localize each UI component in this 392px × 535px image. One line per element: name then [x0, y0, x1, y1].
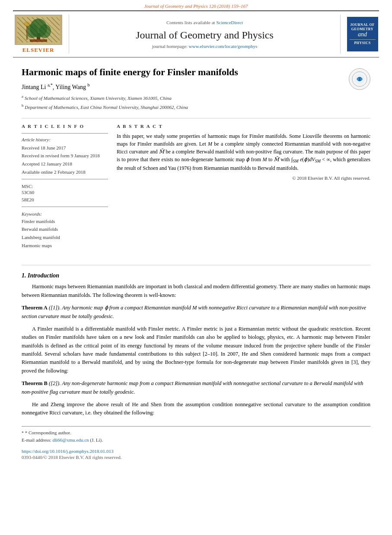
- journal-badge-block: JOURNAL OF GEOMETRY and PHYSICS: [340, 15, 379, 54]
- journal-cover-badge: JOURNAL OF GEOMETRY and PHYSICS: [347, 17, 378, 51]
- doi-section: https://doi.org/10.1016/j.geomphys.2018.…: [0, 444, 392, 464]
- paper-title-authors-block: Harmonic maps of finite energy for Finsl…: [22, 66, 344, 118]
- article-info-divider-2: [22, 179, 108, 179]
- journal-citation: Journal of Geometry and Physics 126 (201…: [144, 3, 248, 9]
- badge-title-line2: GEOMETRY: [351, 27, 373, 32]
- journal-homepage-line: journal homepage: www.elsevier.com/locat…: [152, 44, 258, 49]
- intro-para-1: Harmonic maps between Riemannian manifol…: [22, 283, 370, 299]
- theorem-b-ref: ([2]): [49, 380, 59, 386]
- paper-title: Harmonic maps of finite energy for Finsl…: [22, 66, 344, 79]
- affiliation-a: a School of Mathematical Sciences, Xiame…: [22, 93, 344, 102]
- article-info-heading: A R T I C L E I N F O: [22, 124, 108, 129]
- affiliation-b: b Department of Mathematics, East China …: [22, 102, 344, 111]
- journal-title-block: Contents lists available at ScienceDirec…: [74, 15, 335, 54]
- star-symbol: *: [22, 430, 24, 435]
- svg-point-6: [23, 22, 30, 26]
- theorem-a-block: Theorem A ([1]). Any harmonic map ϕ from…: [22, 304, 370, 321]
- theorem-a-ref: ([1]): [49, 305, 59, 311]
- email-suffix: (J. Li).: [90, 437, 103, 443]
- svg-rect-0: [17, 16, 60, 44]
- paper-header-row: Harmonic maps of finite energy for Finsl…: [22, 66, 370, 118]
- rights-text: 0393-0440/© 2018 Elsevier B.V. All right…: [22, 455, 370, 460]
- affiliations-block: a School of Mathematical Sciences, Xiame…: [22, 93, 344, 111]
- intro-para-3: He and Zheng improve the above result of…: [22, 401, 370, 417]
- revised-date: Received in revised form 9 January 2018: [22, 152, 108, 160]
- check-for-updates-badge[interactable]: [349, 68, 370, 90]
- main-content: Harmonic maps of finite energy for Finsl…: [0, 57, 392, 265]
- accepted-date: Accepted 12 January 2018: [22, 160, 108, 168]
- doi-link[interactable]: https://doi.org/10.1016/j.geomphys.2018.…: [22, 449, 113, 454]
- copyright-line: © 2018 Elsevier B.V. All rights reserved…: [117, 175, 370, 181]
- theorem-b-label: Theorem B: [22, 380, 48, 386]
- article-info-abstract-section: A R T I C L E I N F O Article history: R…: [22, 118, 370, 250]
- section-1-heading: 1. Introduction: [22, 272, 370, 279]
- badge-title-line3: PHYSICS: [354, 41, 370, 45]
- article-info-divider: [22, 133, 108, 134]
- footnote-section: * * Corresponding author. E-mail address…: [22, 426, 370, 444]
- received-date: Received 18 June 2017: [22, 144, 108, 152]
- keyword-3: Landsberg manifold: [22, 233, 108, 242]
- intro-para-2: A Finsler manifold is a differentiable m…: [22, 325, 370, 375]
- author-yiling: Yiling Wang b: [55, 84, 89, 90]
- elsevier-tree-image: [15, 15, 62, 45]
- journal-full-title: Journal of Geometry and Physics: [136, 29, 274, 41]
- corresponding-author-label: * Corresponding author.: [25, 430, 71, 435]
- elsevier-logo-block: ELSEVIER: [13, 15, 69, 54]
- abstract-heading: A B S T R A C T: [117, 124, 370, 129]
- body-section: 1. Introduction Harmonic maps between Ri…: [0, 272, 392, 417]
- theorem-a-label: Theorem A: [22, 305, 48, 311]
- svg-point-3: [26, 24, 38, 38]
- svg-rect-5: [26, 25, 28, 40]
- theorem-a-text: . Any harmonic map ϕ from a compact Riem…: [22, 305, 366, 319]
- authors-line: Jintang Li a,*, Yiling Wang b: [22, 83, 344, 91]
- available-at-text: Contents lists available at ScienceDirec…: [166, 20, 243, 25]
- badge-title-line1: JOURNAL OF: [350, 23, 374, 27]
- section-1-number: 1.: [22, 272, 26, 279]
- article-info-column: A R T I C L E I N F O Article history: R…: [22, 124, 108, 250]
- article-info-divider-3: [22, 207, 108, 207]
- theorem-b-text: . Any non-degenerate harmonic map from a…: [22, 380, 363, 395]
- journal-header: ELSEVIER Contents lists available at Sci…: [13, 10, 379, 57]
- journal-top-bar: Journal of Geometry and Physics 126 (201…: [0, 0, 392, 10]
- history-label: Article history:: [22, 137, 108, 142]
- badge-and: and: [358, 31, 367, 38]
- email-link[interactable]: dli66@xmu.edu.cn: [52, 437, 89, 443]
- section-1-title: Introduction: [28, 272, 59, 279]
- svg-point-2: [30, 19, 47, 38]
- svg-rect-1: [37, 33, 40, 41]
- email-label: E-mail address:: [22, 437, 51, 443]
- main-divider: [22, 265, 370, 265]
- svg-point-4: [39, 24, 51, 38]
- keyword-1: Finsler manifolds: [22, 217, 108, 226]
- keyword-2: Berwald manifolds: [22, 225, 108, 233]
- keywords-label: Keywords:: [22, 211, 108, 217]
- keyword-4: Harmonic maps: [22, 242, 108, 250]
- sciencedirect-link[interactable]: ScienceDirect: [216, 20, 243, 25]
- author-jintang: Jintang Li a,*: [22, 84, 53, 90]
- footnote-star: * * Corresponding author.: [22, 429, 370, 437]
- theorem-b-block: Theorem B ([2]). Any non-degenerate harm…: [22, 379, 370, 396]
- svg-point-10: [358, 78, 361, 80]
- footnote-email: E-mail address: dli66@xmu.edu.cn (J. Li)…: [22, 436, 370, 444]
- msc-code-1: 53C60: [22, 189, 108, 197]
- homepage-url[interactable]: www.elsevier.com/locate/geomphys: [189, 44, 258, 49]
- badge-divider: [350, 39, 376, 40]
- msc-code-2: 58E20: [22, 196, 108, 204]
- elsevier-text: ELSEVIER: [22, 47, 54, 54]
- abstract-text: In this paper, we study some properties …: [117, 132, 370, 172]
- available-online-date: Available online 2 February 2018: [22, 168, 108, 176]
- abstract-column: A B S T R A C T In this paper, we study …: [117, 124, 370, 250]
- svg-rect-7: [30, 39, 47, 42]
- msc-label: MSC:: [22, 184, 108, 189]
